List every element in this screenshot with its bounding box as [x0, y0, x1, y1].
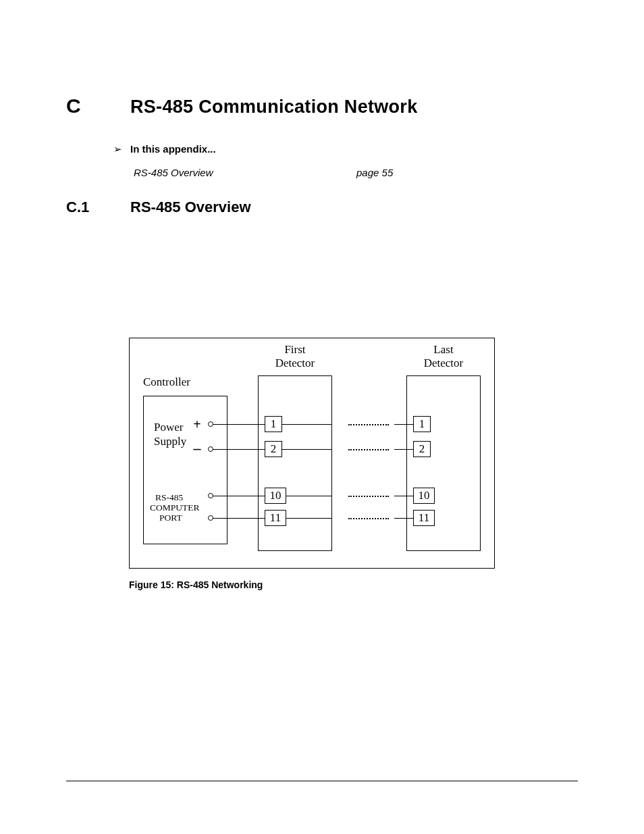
wire — [394, 518, 413, 519]
wire — [213, 496, 265, 496]
section-title: RS-485 Overview — [130, 199, 251, 216]
supply-label: Supply — [154, 435, 186, 448]
wire — [394, 496, 413, 496]
wire-dotted — [348, 518, 389, 519]
wire — [394, 449, 413, 450]
wire-dotted — [348, 449, 389, 450]
minus-symbol: – — [194, 440, 201, 457]
figure-wrap: Controller First Detector Last Detector … — [129, 338, 578, 590]
toc-entry: RS-485 Overview page 55 — [134, 167, 578, 178]
arrow-icon: ➢ — [113, 144, 122, 154]
wire — [394, 424, 413, 425]
appendix-letter: C — [66, 95, 130, 118]
wire — [213, 424, 265, 425]
first-detector-label: First Detector — [265, 343, 325, 369]
wire — [282, 449, 332, 450]
controller-label: Controller — [143, 375, 190, 389]
toc-intro-row: ➢ In this appendix... — [113, 143, 578, 155]
last-pin-10: 10 — [413, 488, 435, 504]
power-label: Power — [154, 421, 183, 434]
diagram: Controller First Detector Last Detector … — [129, 338, 495, 569]
toc-intro: In this appendix... — [130, 143, 216, 155]
first-pin-11: 11 — [265, 510, 286, 526]
wire-dotted — [348, 496, 389, 497]
plus-symbol: + — [193, 417, 200, 432]
first-pin-1: 1 — [265, 416, 282, 432]
wire — [282, 424, 332, 425]
appendix-title: RS-485 Communication Network — [130, 97, 417, 118]
port-line-2: COMPUTER — [150, 502, 200, 513]
wire — [286, 518, 332, 519]
last-detector-label: Last Detector — [413, 343, 474, 369]
section-heading-row: C.1 RS-485 Overview — [66, 199, 578, 216]
wire — [213, 518, 265, 519]
controller-box — [143, 396, 227, 544]
toc-entry-label: RS-485 Overview — [134, 167, 356, 178]
wire-dotted — [348, 424, 389, 425]
wire — [286, 496, 332, 496]
port-line-1: RS-485 — [155, 492, 183, 503]
toc-entry-page: page 55 — [356, 167, 393, 178]
wire — [213, 449, 265, 450]
last-pin-1: 1 — [413, 416, 431, 432]
first-pin-2: 2 — [265, 441, 282, 457]
last-pin-11: 11 — [413, 510, 435, 526]
appendix-heading-row: C RS-485 Communication Network — [66, 95, 578, 118]
port-line-3: PORT — [159, 513, 182, 523]
last-pin-2: 2 — [413, 441, 431, 457]
page: C RS-485 Communication Network ➢ In this… — [0, 0, 644, 834]
footer-rule — [66, 781, 578, 781]
first-pin-10: 10 — [265, 488, 286, 504]
figure-caption: Figure 15: RS-485 Networking — [129, 579, 578, 590]
section-number: C.1 — [66, 199, 130, 216]
